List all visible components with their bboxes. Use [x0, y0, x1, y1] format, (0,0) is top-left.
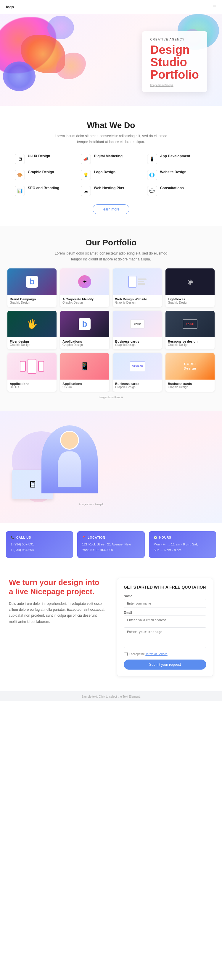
location-icon: 📍	[82, 536, 86, 539]
hero-title: Design Studio Portfolio	[150, 43, 199, 81]
terms-check: I accept the Terms of Service	[124, 652, 206, 656]
site-header: logo ≡	[0, 0, 222, 14]
service-item-graphic: 🎨 Graphic Design	[15, 170, 75, 180]
form-left: We turn your design into a live Nicepage…	[9, 578, 105, 625]
portfolio-flyer-name: Flyer design	[10, 340, 54, 343]
form-left-title: We turn your design into a live Nicepage…	[9, 578, 105, 596]
portfolio-bizcard1-name: Business cards	[115, 340, 160, 343]
hero-label: CREATIVE AGENCY	[150, 38, 199, 41]
portfolio-responsive-name: Responsive design	[168, 340, 212, 343]
service-item-logo: 💡 Logo Design	[81, 170, 141, 180]
web-label: Website Design	[160, 170, 187, 174]
clock-icon: 🕐	[153, 536, 158, 539]
blob-3	[3, 62, 35, 91]
services-grid: 🖥 UI/UX Design 📣 Digital Marketing 📱 App…	[15, 154, 207, 196]
service-item-uiux: 🖥 UI/UX Design	[15, 154, 75, 164]
hosting-label: Web Hosting Plus	[94, 186, 124, 190]
message-input[interactable]	[124, 627, 206, 648]
hosting-icon: ☁	[81, 186, 91, 196]
hamburger-icon[interactable]: ≡	[212, 3, 216, 10]
portfolio-item-bizcard2[interactable]: BIZ CARD Business cards Graphic Design	[113, 353, 162, 392]
terms-link[interactable]: Terms of Service	[145, 652, 167, 656]
email-input[interactable]	[124, 616, 206, 624]
portfolio-item-apps1[interactable]: b Applications Graphic Design	[60, 311, 109, 350]
learn-more-button[interactable]: learn more	[93, 204, 129, 214]
hero-credit: Image from Freepik	[150, 84, 199, 87]
footer-text: Sample text. Click to select the Text El…	[81, 695, 141, 698]
location-label: 📍 LOCATION	[82, 536, 140, 539]
app-icon: 📱	[147, 154, 157, 164]
consult-label: Consultations	[160, 186, 184, 190]
portfolio-webdesign-cat: Graphic Design	[115, 301, 160, 304]
portfolio-apps3-cat: UI / UX	[62, 385, 107, 389]
portfolio-grid: b Brand Campaign Graphic Design ✦ A Corp…	[7, 269, 215, 392]
email-group: Email	[124, 611, 206, 624]
seo-icon: 📊	[15, 186, 25, 196]
portfolio-item-webdesign[interactable]: Web Design Website Graphic Design	[113, 269, 162, 307]
phone-icon: 📞	[11, 536, 14, 539]
portfolio-bizcard3-name: Business cards	[168, 382, 212, 385]
portfolio-bizcard2-cat: Graphic Design	[115, 385, 160, 389]
portfolio-brand-cat: Graphic Design	[10, 301, 54, 304]
name-input[interactable]	[124, 599, 206, 608]
form-card: GET STARTED WITH A FREE QUOTATION Name E…	[117, 578, 213, 676]
learn-more-wrap: learn more	[15, 204, 207, 214]
portfolio-bizcard2-name: Business cards	[115, 382, 160, 385]
service-item-seo: 📊 SEO and Branding	[15, 186, 75, 196]
portfolio-section: Our Portfolio Lorem ipsum dolor sit amet…	[0, 226, 222, 410]
app-label: App Development	[160, 154, 190, 158]
portfolio-item-lightbox[interactable]: ◉ Lightboxes Graphic Design	[166, 269, 215, 307]
portfolio-credit: Images from Freepik	[7, 396, 215, 399]
service-item-consult: 💬 Consultations	[147, 186, 207, 196]
about-credit: Images from Freepik	[79, 503, 104, 506]
digital-icon: 📣	[81, 154, 91, 164]
contact-box-location: 📍 LOCATION 121 Rock Street, 21 Avenue, N…	[77, 531, 144, 558]
contact-section: 📞 CALL US 1 (234) 567-891 1 (234) 987-65…	[0, 523, 222, 566]
name-label: Name	[124, 594, 206, 598]
hero-section: CREATIVE AGENCY Design Studio Portfolio …	[0, 14, 222, 106]
message-group	[124, 627, 206, 649]
blob-4	[47, 16, 74, 39]
service-item-app: 📱 App Development	[147, 154, 207, 164]
portfolio-item-brand[interactable]: b Brand Campaign Graphic Design	[7, 269, 56, 307]
logo: logo	[6, 5, 14, 9]
portfolio-apps2-cat: UI / UX	[10, 385, 54, 389]
service-item-hosting: ☁ Web Hosting Plus	[81, 186, 141, 196]
terms-label: I accept the Terms of Service	[129, 652, 168, 656]
portfolio-item-bizcard1[interactable]: CARD Business cards Graphic Design	[113, 311, 162, 350]
graphic-label: Graphic Design	[28, 170, 54, 174]
service-item-digital: 📣 Digital Marketing	[81, 154, 141, 164]
service-item-web: 🌐 Website Design	[147, 170, 207, 180]
portfolio-title: Our Portfolio	[7, 238, 215, 247]
portfolio-lightbox-name: Lightboxes	[168, 298, 212, 301]
web-icon: 🌐	[147, 170, 157, 180]
portfolio-item-flyer[interactable]: 🖐 Flyer design Graphic Design	[7, 311, 56, 350]
name-group: Name	[124, 594, 206, 608]
terms-checkbox[interactable]	[124, 652, 128, 656]
portfolio-item-responsive[interactable]: FAKE Responsive design Graphic Design	[166, 311, 215, 350]
hero-card: CREATIVE AGENCY Design Studio Portfolio …	[142, 31, 207, 92]
email-label: Email	[124, 611, 206, 614]
submit-button[interactable]: Submit your request	[124, 660, 206, 670]
portfolio-item-bizcard3[interactable]: CORSIDesign Business cards Graphic Desig…	[166, 353, 215, 392]
person-photo	[42, 425, 98, 493]
portfolio-responsive-cat: Graphic Design	[168, 343, 212, 347]
about-illustration: 🖥 Images from Freepik	[9, 425, 104, 508]
portfolio-subtitle: Lorem ipsum dolor sit amet, consectetur …	[49, 250, 173, 262]
contact-box-call: 📞 CALL US 1 (234) 567-891 1 (234) 987-65…	[6, 531, 73, 558]
about-section: 🖥 Images from Freepik	[0, 410, 222, 523]
portfolio-bizcard1-cat: Graphic Design	[115, 343, 160, 347]
portfolio-item-apps2[interactable]: Applications UI / UX	[7, 353, 56, 392]
location-text: 121 Rock Street, 21 Avenue, New York, NY…	[82, 542, 140, 554]
portfolio-apps1-name: Applications	[62, 340, 107, 343]
logo-icon: 💡	[81, 170, 91, 180]
portfolio-item-apps3[interactable]: 📱 Applications UI / UX	[60, 353, 109, 392]
contact-box-hours: 🕐 HOURS Mon - Fri ... 11 am - 8 pm; Sat,…	[149, 531, 216, 558]
form-section: We turn your design into a live Nicepage…	[0, 566, 222, 691]
digital-label: Digital Marketing	[94, 154, 123, 158]
call-label: 📞 CALL US	[11, 536, 69, 539]
portfolio-item-corporate[interactable]: ✦ A Corporate Identity Graphic Design	[60, 269, 109, 307]
portfolio-corporate-name: A Corporate Identity	[62, 298, 107, 301]
call-text: 1 (234) 567-891 1 (234) 987-654	[11, 542, 69, 554]
portfolio-bizcard3-cat: Graphic Design	[168, 385, 212, 389]
